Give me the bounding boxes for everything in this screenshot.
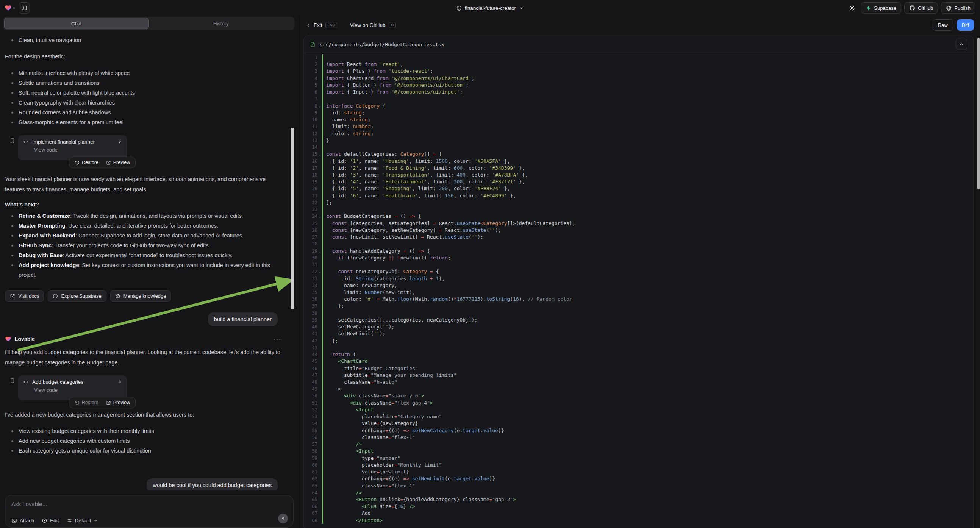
- code-line: 19 { id: '4', name: 'Entertainment', lim…: [304, 178, 973, 185]
- view-on-github-button[interactable]: View on GitHub G: [350, 22, 396, 28]
- bookmark-icon[interactable]: [10, 137, 15, 144]
- list-item: Subtle animations and transitions: [5, 78, 286, 88]
- manage-knowledge-button[interactable]: Manage knowledge: [110, 290, 171, 302]
- project-name: financial-future-creator: [465, 5, 516, 11]
- knowledge-cube-icon: [115, 294, 121, 299]
- chat-scrollbar-thumb[interactable]: [291, 128, 294, 309]
- code-line: 24⌄const BudgetCategories = () => {: [304, 213, 973, 220]
- view-code-link[interactable]: View code: [34, 147, 123, 153]
- list-item: GitHub Sync: Transfer your project's cod…: [5, 240, 286, 250]
- code-line: 42 };: [304, 337, 973, 344]
- assistant-header: Lovable ···: [5, 336, 286, 342]
- toggle-sidebar-button[interactable]: [19, 2, 30, 14]
- visit-docs-button[interactable]: Visit docs: [5, 290, 44, 302]
- restore-button[interactable]: Restore: [72, 397, 102, 408]
- chevron-left-icon: [306, 23, 311, 28]
- explore-supabase-button[interactable]: Explore Supabase: [48, 290, 106, 302]
- tab-history[interactable]: History: [149, 18, 294, 29]
- code-line: 50 <div className="space-y-6">: [304, 393, 973, 399]
- more-options-button[interactable]: ···: [274, 336, 282, 342]
- code-line: 30 if (!newCategory || !newLimit) return…: [304, 254, 973, 261]
- code-panel: Exit ESC View on GitHub G Raw Diff src/c…: [299, 16, 980, 528]
- whats-next-heading: What's next?: [5, 202, 286, 208]
- code-line: 47 subtitle="Manage your spending limits…: [304, 372, 973, 379]
- model-selector[interactable]: Default: [67, 518, 98, 523]
- preview-button[interactable]: Preview: [103, 397, 133, 408]
- edit-target-icon: [42, 518, 47, 523]
- send-button[interactable]: [278, 514, 288, 523]
- arrow-up-icon: [281, 516, 286, 521]
- heart-logo-icon: [5, 5, 12, 11]
- list-item: Master Prompting: Use clear, detailed, a…: [5, 221, 286, 231]
- project-selector[interactable]: financial-future-creator: [456, 0, 524, 16]
- code-line: 22];: [304, 199, 973, 206]
- sidebar-icon: [21, 5, 27, 11]
- publish-button[interactable]: Publish: [941, 2, 975, 14]
- file-added-icon: [310, 41, 315, 48]
- chevron-up-icon: [959, 42, 964, 47]
- design-intro: For the design aesthetic:: [5, 51, 286, 62]
- exit-button[interactable]: Exit ESC: [306, 22, 337, 28]
- lovable-logo[interactable]: [5, 5, 16, 11]
- restore-button[interactable]: Restore: [72, 157, 102, 168]
- assistant-summary: Your sleek financial planner is now read…: [5, 174, 286, 195]
- code-line: 9 id: string;: [304, 110, 973, 116]
- g-kbd: G: [389, 22, 396, 28]
- attach-button[interactable]: Attach: [11, 518, 34, 523]
- list-item: Refine & Customize: Tweak the design, an…: [5, 211, 286, 221]
- edit-mode-button[interactable]: Edit: [42, 518, 59, 523]
- chat-panel: Chat History Clean, intuitive navigation…: [0, 16, 299, 528]
- publish-button-label: Publish: [954, 5, 970, 11]
- code-scrollbar-thumb[interactable]: [977, 38, 980, 189]
- restore-history-icon: [75, 160, 80, 165]
- file-header[interactable]: src/components/budget/BudgetCategories.t…: [304, 36, 973, 53]
- code-line: 66 <Plus size={16} />: [304, 503, 973, 510]
- external-link-icon: [106, 160, 111, 165]
- view-code-link[interactable]: View code: [34, 387, 123, 393]
- tab-chat[interactable]: Chat: [4, 18, 149, 29]
- code-line: 33 id: String(categories.length + 1),: [304, 275, 973, 282]
- list-item: Expand with Backend: Connect Supabase to…: [5, 231, 286, 240]
- code-line: 18 { id: '3', name: 'Transportation', li…: [304, 172, 973, 178]
- code-line: 31: [304, 261, 973, 268]
- collapse-file-button[interactable]: [956, 39, 967, 50]
- file-path: src/components/budget/BudgetCategories.t…: [320, 42, 951, 47]
- list-item: Clean, intuitive navigation: [5, 35, 286, 45]
- code-line: 49 >: [304, 386, 973, 393]
- code-line: 10 name: string;: [304, 116, 973, 123]
- code-card: src/components/budget/BudgetCategories.t…: [304, 36, 974, 528]
- code-line: 34 name: newCategory,: [304, 282, 973, 289]
- prompt-input[interactable]: [11, 501, 287, 507]
- code-line: 56 className="flex-1": [304, 434, 973, 441]
- supabase-bolt-icon: [865, 5, 871, 11]
- code-line: 7: [304, 95, 973, 102]
- supabase-button[interactable]: Supabase: [861, 2, 901, 14]
- code-line: 64 />: [304, 489, 973, 496]
- github-button[interactable]: GitHub: [904, 2, 938, 14]
- globe-icon: [456, 5, 462, 11]
- assistant-summary: I've added a new budget categories manag…: [5, 410, 286, 420]
- assistant-name: Lovable: [15, 336, 35, 342]
- list-item: Add project knowledge: Set key context o…: [5, 260, 286, 280]
- code-line: 25 const [categories, setCategories] = R…: [304, 220, 973, 227]
- restore-history-icon: [75, 400, 80, 405]
- settings-button[interactable]: [846, 2, 858, 14]
- code-line: 43: [304, 344, 973, 351]
- code-line: 59 type="number": [304, 455, 973, 462]
- bookmark-icon[interactable]: [10, 378, 15, 384]
- list-item: Soft, neutral color palette with light b…: [5, 88, 286, 98]
- external-link-icon: [106, 400, 111, 405]
- github-octocat-icon: [909, 5, 915, 11]
- code-line: 16 { id: '1', name: 'Housing', limit: 15…: [304, 158, 973, 165]
- code-line: 68 </Button>: [304, 517, 973, 524]
- chevron-right-icon: [118, 380, 123, 385]
- preview-button[interactable]: Preview: [103, 157, 133, 168]
- list-item: Rounded corners and subtle shadows: [5, 108, 286, 118]
- chevron-down-icon: [94, 518, 98, 523]
- raw-toggle-button[interactable]: Raw: [933, 19, 953, 31]
- code-line: 53 placeholder="Category name": [304, 413, 973, 420]
- chat-message-list: Clean, intuitive navigation For the desi…: [0, 32, 299, 490]
- diff-toggle-button[interactable]: Diff: [957, 19, 974, 31]
- code-line: 40 setNewCategory('');: [304, 323, 973, 330]
- version-card-wrap: Implement financial planner View code Re…: [18, 135, 286, 160]
